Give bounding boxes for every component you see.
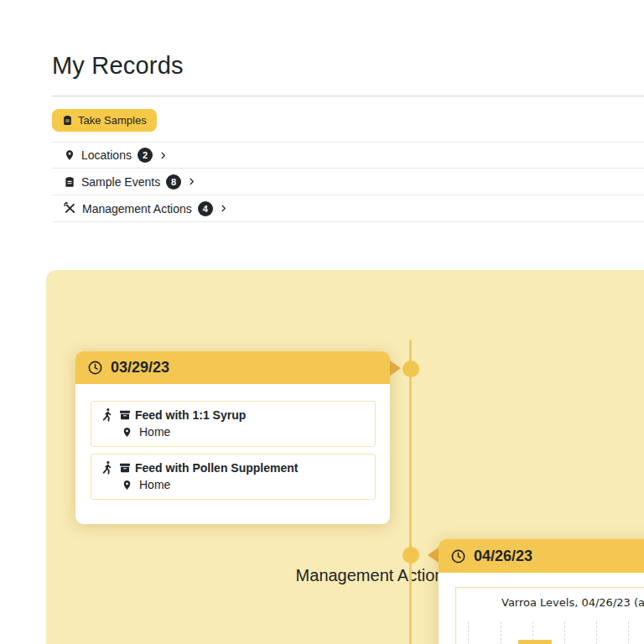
take-samples-label: Take Samples xyxy=(78,114,147,127)
management-action-item: Feed with 1:1 Syrup Home xyxy=(91,401,376,447)
page-title: My Records xyxy=(52,52,184,80)
count-badge: 2 xyxy=(138,148,153,163)
timeline-arrow-icon xyxy=(428,548,439,563)
accordion-row-management-actions[interactable]: Management Actions 4 xyxy=(52,195,644,222)
count-badge: 4 xyxy=(198,201,213,216)
timeline-dot xyxy=(402,361,419,377)
clock-icon xyxy=(450,548,466,564)
action-name: Feed with Pollen Supplement xyxy=(135,461,298,475)
records-accordion: Locations 2 Sample Events 8 Management A… xyxy=(52,142,644,222)
clipboard-icon xyxy=(64,176,75,188)
chart-gridline xyxy=(564,621,565,644)
person-walking-icon xyxy=(100,408,115,423)
chevron-right-icon xyxy=(158,150,168,161)
clipboard-icon xyxy=(62,115,73,126)
action-name: Feed with 1:1 Syrup xyxy=(135,408,246,422)
chevron-right-icon xyxy=(219,203,228,214)
event-date: 03/29/23 xyxy=(111,359,169,377)
management-action-item: Feed with Pollen Supplement Home xyxy=(91,454,376,500)
my-records-page: My Records Take Samples Locations 2 Samp… xyxy=(0,0,644,644)
accordion-row-locations[interactable]: Locations 2 xyxy=(52,142,644,169)
chevron-right-icon xyxy=(187,176,196,187)
management-actions-timeline-panel: Management Actions Timeline 03/29/23 xyxy=(46,270,644,644)
accordion-label: Management Actions xyxy=(82,202,192,216)
timeline-dot xyxy=(402,547,419,564)
archive-box-icon xyxy=(118,408,132,422)
chart-gridline xyxy=(596,621,597,644)
event-date: 04/26/23 xyxy=(474,548,532,565)
timeline-arrow-icon xyxy=(390,361,401,376)
map-pin-icon xyxy=(64,149,75,161)
chart-gridline xyxy=(468,621,469,644)
wrench-screwdriver-icon xyxy=(64,202,76,215)
timeline-event-card: 03/29/23 Feed with 1:1 Syrup xyxy=(75,351,390,524)
timeline-event-card: 04/26/23 Varroa Levels, 04/26/23 (avg: xyxy=(439,539,644,644)
timeline-line xyxy=(409,340,412,644)
take-samples-button[interactable]: Take Samples xyxy=(52,109,157,132)
accordion-label: Sample Events xyxy=(81,175,160,189)
map-pin-icon xyxy=(122,480,132,491)
action-location: Home xyxy=(139,425,170,439)
event-date-header: 04/26/23 xyxy=(439,539,644,573)
chart-gridline xyxy=(501,621,501,644)
action-location: Home xyxy=(139,478,170,491)
event-date-header: 03/29/23 xyxy=(75,351,390,384)
accordion-label: Locations xyxy=(81,148,132,162)
count-badge: 8 xyxy=(166,174,181,190)
person-walking-icon xyxy=(100,460,115,475)
accordion-row-sample-events[interactable]: Sample Events 8 xyxy=(52,169,644,195)
map-pin-icon xyxy=(122,427,132,438)
chart-gridline xyxy=(628,621,629,644)
archive-box-icon xyxy=(118,461,132,475)
clock-icon xyxy=(87,360,103,376)
divider xyxy=(52,96,644,96)
chart-bar xyxy=(518,640,552,644)
varroa-levels-chart: Varroa Levels, 04/26/23 (avg: xyxy=(455,587,644,644)
chart-title: Varroa Levels, 04/26/23 (avg: xyxy=(501,596,644,609)
